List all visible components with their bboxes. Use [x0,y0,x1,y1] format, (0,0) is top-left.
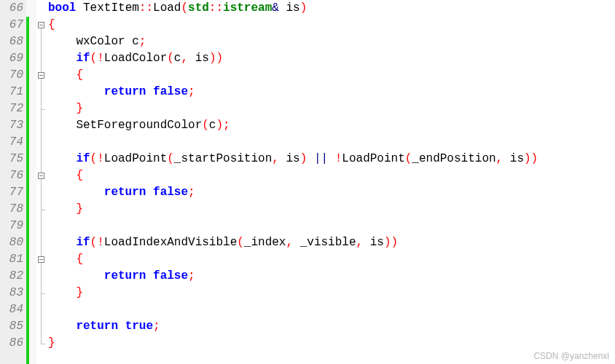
line-number: 86 [0,335,23,352]
code-line: { [48,251,615,268]
line-number: 82 [0,268,23,285]
watermark-text: CSDN @yanzhenxi [533,351,609,361]
code-line: { [48,167,615,184]
line-number: 78 [0,201,23,218]
code-line: return true; [48,318,615,335]
line-number: 83 [0,285,23,301]
code-line: if(!LoadIndexAndVisible(_index, _visible… [48,234,615,251]
code-line: SetForegroundColor(c); [48,117,615,134]
line-number: 84 [0,301,23,318]
code-line: if(!LoadPoint(_startPosition, is) || !Lo… [48,151,615,167]
fold-toggle-icon[interactable] [38,256,44,263]
line-number: 77 [0,184,23,201]
code-line: if(!LoadColor(c, is)) [48,50,615,67]
code-line: } [48,335,615,352]
line-number: 80 [0,234,23,251]
code-line: bool TextItem::Load(std::istream& is) [48,0,615,17]
code-line [48,134,615,151]
change-margin [26,0,36,364]
code-line: return false; [48,184,615,201]
fold-column [36,0,47,364]
line-number: 71 [0,84,23,100]
code-line: { [48,67,615,84]
line-number: 75 [0,151,23,167]
fold-toggle-icon[interactable] [38,173,44,179]
line-number-gutter: 6667686970717273747576777879808182838485… [0,0,26,364]
code-line: { [48,17,615,33]
code-line [48,218,615,234]
code-line: } [48,201,615,218]
code-line: } [48,285,615,301]
line-number: 85 [0,318,23,335]
line-number: 73 [0,117,23,134]
code-line: } [48,100,615,117]
code-line [48,301,615,318]
change-indicator [26,17,29,364]
line-number: 74 [0,134,23,151]
line-number: 66 [0,0,23,17]
line-number: 70 [0,67,23,84]
fold-toggle-icon[interactable] [38,72,44,79]
code-line: return false; [48,268,615,285]
line-number: 81 [0,251,23,268]
line-number: 76 [0,167,23,184]
line-number: 72 [0,100,23,117]
code-area[interactable]: bool TextItem::Load(std::istream& is){ w… [47,0,615,364]
code-editor: 6667686970717273747576777879808182838485… [0,0,615,364]
line-number: 69 [0,50,23,67]
line-number: 67 [0,17,23,33]
line-number: 79 [0,218,23,234]
fold-toggle-icon[interactable] [38,22,44,28]
code-line: return false; [48,84,615,100]
line-number: 68 [0,33,23,50]
code-line: wxColor c; [48,33,615,50]
